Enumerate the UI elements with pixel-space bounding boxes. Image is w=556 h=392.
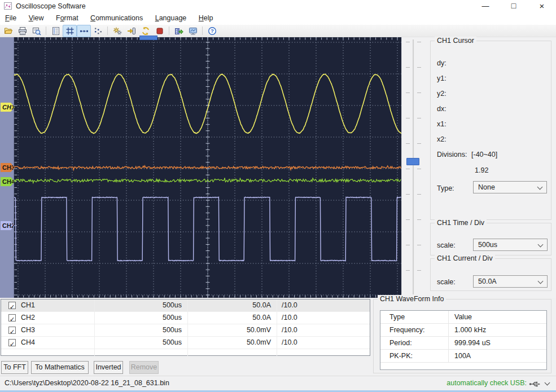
usb-check-label: automatically check USB: bbox=[446, 379, 527, 387]
info-header-type: Type bbox=[380, 311, 448, 323]
grid-view-button[interactable] bbox=[63, 25, 77, 37]
table-row-ch1[interactable]: CH1 500us 50.0A /10.0 bbox=[1, 299, 370, 312]
cursor-type-value: None bbox=[478, 183, 495, 191]
menu-file[interactable]: File bbox=[0, 12, 21, 23]
cursor-y1-label: y1: bbox=[437, 74, 446, 82]
waveform-points-button[interactable] bbox=[77, 25, 91, 37]
pkpk-value: 100A bbox=[448, 350, 546, 362]
toolbar-separator bbox=[46, 27, 46, 35]
current-scale-label: scale: bbox=[437, 278, 456, 286]
time-scale-label: scale: bbox=[437, 241, 456, 249]
toolbar-separator bbox=[202, 27, 203, 35]
ch2-checkbox[interactable] bbox=[8, 314, 16, 321]
waveform-info-title: CH1 WaveForm Info bbox=[378, 295, 446, 303]
period-label: Period: bbox=[380, 337, 448, 349]
cursor-type-select[interactable]: None bbox=[473, 181, 547, 193]
close-button[interactable]: × bbox=[529, 0, 554, 12]
print-button[interactable] bbox=[15, 25, 29, 37]
menu-format[interactable]: Format bbox=[51, 12, 84, 23]
open-icon bbox=[4, 27, 13, 36]
ch2-attenuation: /10.0 bbox=[277, 312, 370, 324]
ch1-time: 500us bbox=[94, 299, 187, 311]
menu-communications[interactable]: Communications bbox=[85, 12, 148, 23]
toolbar: ? bbox=[0, 25, 556, 37]
horizontal-position-handle[interactable] bbox=[139, 36, 157, 40]
time-scale-value: 500us bbox=[478, 241, 497, 249]
ch3-name: CH3 bbox=[21, 326, 35, 334]
ch1-attenuation: /10.0 bbox=[277, 299, 370, 311]
vertical-slider-handle[interactable] bbox=[406, 158, 419, 165]
help-icon: ? bbox=[208, 27, 217, 36]
time-scale-select[interactable]: 500us bbox=[473, 239, 548, 251]
ch1-scale: 50.0A bbox=[187, 299, 277, 311]
ch4-attenuation: /10.0 bbox=[277, 337, 370, 349]
connect-device-button[interactable] bbox=[124, 25, 138, 37]
cursor-x1-label: x1: bbox=[437, 120, 446, 128]
menu-view[interactable]: View bbox=[24, 12, 49, 23]
channel-table: CH1 500us 50.0A /10.0 CH2 500us 50.0A /1… bbox=[1, 299, 370, 356]
app-icon bbox=[4, 2, 12, 10]
usb-options-chevron-icon[interactable] bbox=[545, 380, 550, 386]
usb-icon bbox=[529, 381, 540, 387]
waveform-info-table: Type Value Frequency: 1.000 kHz Period: … bbox=[380, 310, 547, 370]
ch4-time: 500us bbox=[94, 337, 187, 349]
ch4-scale: 50.0mV bbox=[187, 337, 277, 349]
maximize-button[interactable]: □ bbox=[501, 0, 526, 12]
to-fft-button[interactable]: To FFT bbox=[1, 361, 28, 374]
cursor-dx-label: dx: bbox=[437, 105, 446, 113]
ch1-waveform-info-group: CH1 WaveForm Info Type Value Frequency: … bbox=[373, 299, 551, 373]
info-row-frequency: Frequency: 1.000 kHz bbox=[380, 324, 546, 337]
ch1-cursor-group: CH1 Cursor dy: y1: y2: dx: x1: x2: Divis… bbox=[430, 41, 551, 220]
pkpk-label: PK-PK: bbox=[380, 350, 448, 362]
ch2-name: CH2 bbox=[21, 314, 35, 321]
ch3-attenuation: /10.0 bbox=[277, 324, 370, 336]
scope-display[interactable] bbox=[14, 37, 401, 298]
divisions-scale-value: 1.92 bbox=[475, 166, 488, 174]
sample-dots-icon bbox=[94, 27, 103, 36]
table-row-ch3[interactable]: CH3 500us 50.0mV /10.0 bbox=[1, 324, 370, 337]
settings-gears-icon bbox=[113, 27, 122, 36]
divisions-label: Divisions: bbox=[437, 151, 467, 158]
print-icon bbox=[18, 27, 27, 36]
ch4-checkbox[interactable] bbox=[8, 339, 16, 346]
slider-ticks-right bbox=[417, 42, 421, 294]
frequency-value: 1.000 kHz bbox=[448, 324, 546, 336]
inverted-button[interactable]: Inverted bbox=[94, 361, 123, 374]
ch1-checkbox[interactable] bbox=[8, 302, 16, 309]
vertical-slider-track[interactable] bbox=[413, 39, 414, 294]
chevron-down-icon bbox=[538, 279, 544, 284]
ch4-name: CH4 bbox=[21, 338, 35, 346]
period-value: 999.994 uS bbox=[448, 337, 546, 349]
export-data-button[interactable] bbox=[172, 25, 186, 37]
remote-display-icon bbox=[189, 27, 198, 36]
minimize-button[interactable]: — bbox=[473, 0, 498, 12]
ch3-time: 500us bbox=[94, 324, 187, 336]
current-scale-select[interactable]: 50.0A bbox=[473, 275, 548, 288]
help-button[interactable]: ? bbox=[205, 25, 219, 37]
menu-help[interactable]: Help bbox=[194, 12, 218, 23]
to-mathematics-button[interactable]: To Mathematics bbox=[31, 361, 89, 374]
menu-language[interactable]: Language bbox=[150, 12, 192, 23]
ch2-time: 500us bbox=[94, 312, 187, 324]
info-header-row: Type Value bbox=[380, 311, 546, 324]
table-row-ch4[interactable]: CH4 500us 50.0mV /10.0 bbox=[1, 337, 370, 349]
ch1-time-div-group: CH1 Time / Div scale: 500us bbox=[430, 223, 551, 256]
status-bar: C:\Users\tyz\Desktop\2020-08-22 16_21_08… bbox=[0, 376, 556, 390]
info-header-value: Value bbox=[448, 311, 546, 323]
ch3-scale: 50.0mV bbox=[187, 324, 277, 336]
cursor-dy-label: dy: bbox=[437, 59, 446, 67]
print-preview-button[interactable] bbox=[29, 25, 43, 37]
table-row-empty bbox=[1, 349, 370, 356]
file-path: C:\Users\tyz\Desktop\2020-08-22 16_21_08… bbox=[5, 379, 169, 387]
channel-list-button[interactable] bbox=[49, 25, 63, 37]
title-bar: Oscilloscope Software — □ × bbox=[0, 0, 556, 12]
open-button[interactable] bbox=[1, 25, 15, 37]
remove-button: Remove bbox=[129, 361, 159, 374]
settings-button[interactable] bbox=[110, 25, 124, 37]
ch3-checkbox[interactable] bbox=[8, 327, 16, 334]
divisions-range-value: [-40~40] bbox=[471, 151, 497, 158]
table-row-ch2[interactable]: CH2 500us 50.0A /10.0 bbox=[1, 312, 370, 324]
chevron-down-icon bbox=[537, 184, 543, 190]
remote-display-button[interactable] bbox=[186, 25, 200, 37]
sample-dots-button[interactable] bbox=[91, 25, 105, 37]
